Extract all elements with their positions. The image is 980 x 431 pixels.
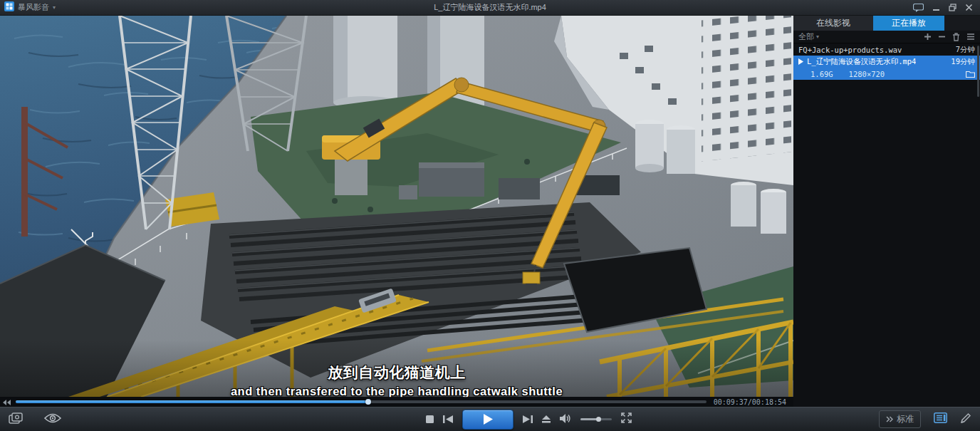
volume-knob[interactable]: [596, 417, 601, 422]
playlist-item-wav[interactable]: FQ+Jack-up+products.wav 7分钟: [793, 43, 980, 56]
folder-icon[interactable]: [966, 71, 975, 78]
now-playing-icon: [798, 58, 803, 65]
file-size: 1.69G: [810, 70, 833, 78]
filter-dropdown[interactable]: 全部 ▾: [798, 31, 819, 42]
snapshot-camera-icon[interactable]: [9, 412, 23, 427]
playlist-toolbar: 全部 ▾: [793, 31, 980, 43]
previous-track-button[interactable]: [443, 413, 453, 426]
control-bar: 标准: [0, 407, 980, 431]
volume-fill: [580, 418, 599, 420]
double-chevron-icon: [886, 416, 893, 422]
playlist-item-name: FQ+Jack-up+products.wav: [798, 46, 902, 54]
remove-item-icon[interactable]: [938, 33, 946, 41]
app-name: 暴风影音: [18, 2, 49, 13]
sidebar-scrollbar[interactable]: [977, 46, 979, 97]
minimize-button[interactable]: [932, 4, 940, 11]
playlist-sidebar: 在线影视 正在播放 全部 ▾: [793, 16, 980, 407]
progress-knob[interactable]: [365, 399, 371, 405]
volume-slider[interactable]: [580, 418, 612, 420]
baofeng-logo-icon: [4, 1, 14, 14]
close-button[interactable]: [965, 4, 973, 11]
playlist-item-duration: 7分钟: [956, 45, 975, 55]
tab-online-movies[interactable]: 在线影视: [793, 16, 873, 31]
chevron-down-icon: ▾: [816, 33, 819, 40]
playlist-item-name: L_辽宁陆海设备汉语无水印.mp4: [807, 57, 916, 67]
progress-fill: [16, 400, 368, 403]
playlist-item-duration: 19分钟: [951, 57, 975, 67]
message-icon[interactable]: [913, 4, 924, 12]
edit-pencil-icon[interactable]: [960, 412, 971, 427]
video-scene: [0, 16, 793, 397]
maximize-button[interactable]: [949, 4, 956, 11]
volume-icon[interactable]: [560, 413, 571, 426]
video-area[interactable]: 放到自动化猫道机上 and then transfered to the pip…: [0, 16, 793, 407]
sidebar-tabs: 在线影视 正在播放: [793, 16, 980, 31]
eject-button[interactable]: [542, 413, 551, 426]
speed-label: 标准: [897, 413, 914, 425]
titlebar: 暴风影音 ▾ L_辽宁陆海设备汉语无水印.mp4: [0, 0, 980, 16]
progress-bar[interactable]: [16, 400, 707, 403]
play-button[interactable]: [462, 410, 514, 430]
delete-trash-icon[interactable]: [952, 33, 960, 41]
window-title: L_辽宁陆海设备汉语无水印.mp4: [0, 2, 980, 13]
playback-speed-button[interactable]: 标准: [879, 410, 921, 428]
file-resolution: 1280×720: [849, 70, 885, 78]
next-track-button[interactable]: [523, 413, 533, 426]
time-display: 00:09:37/00:18:54: [714, 398, 786, 406]
playlist-item-current[interactable]: L_辽宁陆海设备汉语无水印.mp4 19分钟: [793, 56, 980, 68]
playlist-panel-icon[interactable]: [934, 412, 947, 426]
playlist-item-details: 1.69G 1280×720: [793, 68, 980, 80]
chevron-down-icon: ▾: [53, 4, 56, 11]
left-eye-icon[interactable]: [44, 413, 61, 426]
stop-button[interactable]: [426, 413, 434, 426]
app-logo[interactable]: 暴风影音 ▾: [0, 1, 56, 14]
progress-strip: 00:09:37/00:18:54: [0, 397, 793, 407]
tab-now-playing[interactable]: 正在播放: [873, 16, 944, 31]
sort-grid-icon[interactable]: [966, 33, 975, 41]
add-item-icon[interactable]: [924, 33, 932, 41]
fullscreen-icon[interactable]: [621, 412, 632, 426]
media-player-window: 暴风影音 ▾ L_辽宁陆海设备汉语无水印.mp4: [0, 0, 980, 431]
